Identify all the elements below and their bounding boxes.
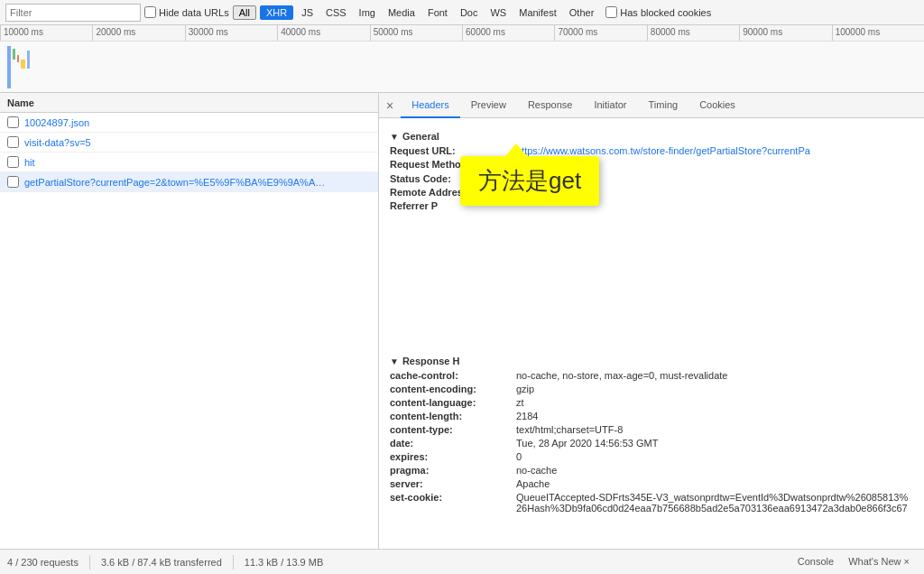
response-header-value: no-cache, no-store, max-age=0, must-reva… bbox=[516, 370, 727, 381]
response-header-label: content-length: bbox=[390, 411, 516, 421]
detail-tab-headers[interactable]: Headers bbox=[401, 93, 460, 118]
timeline-area: 10000 ms20000 ms30000 ms40000 ms50000 ms… bbox=[0, 25, 924, 93]
request-item-name: hit bbox=[24, 157, 35, 168]
timeline-tick: 100000 ms bbox=[832, 25, 924, 41]
response-header-value: zt bbox=[516, 397, 524, 408]
request-list-header: Name bbox=[0, 93, 378, 113]
tooltip-arrow-icon bbox=[505, 144, 527, 156]
manifest-filter-btn[interactable]: Manifest bbox=[514, 6, 561, 19]
bottom-tabs: ConsoleWhat's New × bbox=[790, 550, 917, 575]
request-item[interactable]: hit bbox=[0, 153, 378, 172]
response-headers-label: Response H bbox=[402, 356, 460, 366]
general-section-label: General bbox=[402, 131, 439, 142]
response-header-label: content-type: bbox=[390, 424, 516, 435]
svg-rect-0 bbox=[7, 46, 11, 88]
svg-rect-2 bbox=[17, 55, 19, 62]
status-divider-2 bbox=[233, 555, 234, 569]
detail-tab-response[interactable]: Response bbox=[517, 93, 584, 118]
main-content: Name 10024897.jsonvisit-data?sv=5hitgetP… bbox=[0, 93, 924, 549]
response-header-value: gzip bbox=[516, 384, 534, 394]
response-header-label: cache-control: bbox=[390, 370, 516, 381]
timeline-tick: 50000 ms bbox=[370, 25, 462, 41]
request-item-checkbox[interactable] bbox=[7, 156, 19, 168]
bottom-tab-console[interactable]: Console bbox=[790, 550, 841, 575]
resources-status: 11.3 kB / 13.9 MB bbox=[245, 557, 323, 568]
timeline-tick: 30000 ms bbox=[185, 25, 277, 41]
hide-data-urls-label: Hide data URLs bbox=[159, 7, 229, 18]
request-item-name: 10024897.json bbox=[24, 117, 89, 128]
timeline-tick: 80000 ms bbox=[647, 25, 739, 41]
font-filter-btn[interactable]: Font bbox=[423, 6, 452, 19]
ws-filter-btn[interactable]: WS bbox=[485, 6, 511, 19]
request-item-name: visit-data?sv=5 bbox=[24, 137, 91, 148]
timeline-tick: 40000 ms bbox=[277, 25, 369, 41]
all-filter-btn[interactable]: All bbox=[233, 5, 256, 20]
detail-tab-initiator[interactable]: Initiator bbox=[583, 93, 637, 118]
timeline-tick: 60000 ms bbox=[462, 25, 554, 41]
general-section-header[interactable]: ▼ General bbox=[390, 131, 913, 142]
svg-rect-1 bbox=[13, 49, 15, 60]
response-header-row: cache-control:no-cache, no-store, max-ag… bbox=[390, 370, 913, 381]
close-detail-button[interactable]: × bbox=[379, 93, 401, 118]
response-headers-section-header[interactable]: ▼ Response H bbox=[390, 356, 913, 366]
response-header-rows: cache-control:no-cache, no-store, max-ag… bbox=[390, 370, 913, 514]
tooltip-box: 方法是get bbox=[460, 156, 599, 206]
detail-tab-cookies[interactable]: Cookies bbox=[688, 93, 746, 118]
xhr-filter-btn[interactable]: XHR bbox=[260, 5, 293, 20]
response-header-label: server: bbox=[390, 478, 516, 489]
response-header-row: content-length:2184 bbox=[390, 411, 913, 421]
filter-input[interactable] bbox=[5, 4, 141, 22]
svg-rect-3 bbox=[21, 60, 25, 69]
request-item[interactable]: getPartialStore?currentPage=2&town=%E5%9… bbox=[0, 172, 378, 192]
response-header-label: expires: bbox=[390, 451, 516, 462]
timeline-tick: 70000 ms bbox=[554, 25, 646, 41]
response-header-row: pragma:no-cache bbox=[390, 465, 913, 476]
doc-filter-btn[interactable]: Doc bbox=[456, 6, 483, 19]
transferred-status: 3.6 kB / 87.4 kB transferred bbox=[101, 557, 222, 568]
request-item-checkbox[interactable] bbox=[7, 176, 19, 188]
response-header-value: 2184 bbox=[516, 411, 538, 421]
response-header-value: Apache bbox=[516, 478, 550, 489]
bottom-tab-what's-new[interactable]: What's New × bbox=[841, 550, 917, 575]
js-filter-btn[interactable]: JS bbox=[297, 6, 318, 19]
has-blocked-cookies-label: Has blocked cookies bbox=[620, 7, 711, 18]
response-header-label: pragma: bbox=[390, 465, 516, 476]
detail-panel: × HeadersPreviewResponseInitiatorTimingC… bbox=[379, 93, 924, 549]
response-header-label: content-language: bbox=[390, 397, 516, 408]
response-header-row: date:Tue, 28 Apr 2020 14:56:53 GMT bbox=[390, 438, 913, 449]
response-header-row: set-cookie:QueueITAccepted-SDFrts345E-V3… bbox=[390, 492, 913, 514]
response-header-label: content-encoding: bbox=[390, 384, 516, 394]
detail-tab-timing[interactable]: Timing bbox=[638, 93, 689, 118]
response-header-value: text/html;charset=UTF-8 bbox=[516, 424, 623, 435]
name-column-header: Name bbox=[7, 97, 34, 108]
request-item-checkbox[interactable] bbox=[7, 136, 19, 148]
response-header-value: Tue, 28 Apr 2020 14:56:53 GMT bbox=[516, 438, 658, 449]
request-item[interactable]: visit-data?sv=5 bbox=[0, 133, 378, 153]
request-url-row: Request URL: https://www.watsons.com.tw/… bbox=[390, 145, 913, 156]
other-filter-btn[interactable]: Other bbox=[565, 6, 599, 19]
request-item-checkbox[interactable] bbox=[7, 116, 19, 128]
general-arrow-icon: ▼ bbox=[390, 132, 399, 142]
media-filter-btn[interactable]: Media bbox=[383, 6, 420, 19]
has-blocked-cookies-checkbox[interactable]: Has blocked cookies bbox=[605, 6, 711, 18]
response-header-value: no-cache bbox=[516, 465, 557, 476]
response-header-row: content-type:text/html;charset=UTF-8 bbox=[390, 424, 913, 435]
timeline-tick: 90000 ms bbox=[739, 25, 831, 41]
hide-data-urls-checkbox[interactable]: Hide data URLs bbox=[144, 6, 229, 18]
img-filter-btn[interactable]: Img bbox=[355, 6, 380, 19]
hide-data-urls-input[interactable] bbox=[144, 6, 156, 18]
request-item-name: getPartialStore?currentPage=2&town=%E5%9… bbox=[24, 177, 325, 188]
filter-bar: Hide data URLs All XHR JS CSS Img Media … bbox=[0, 0, 924, 25]
request-item[interactable]: 10024897.json bbox=[0, 113, 378, 133]
detail-tab-preview[interactable]: Preview bbox=[460, 93, 517, 118]
response-header-row: content-language:zt bbox=[390, 397, 913, 408]
detail-tabs: × HeadersPreviewResponseInitiatorTimingC… bbox=[379, 93, 924, 118]
css-filter-btn[interactable]: CSS bbox=[321, 6, 351, 19]
response-header-label: date: bbox=[390, 438, 516, 449]
response-header-row: content-encoding:gzip bbox=[390, 384, 913, 394]
status-divider-1 bbox=[89, 555, 90, 569]
response-header-label: set-cookie: bbox=[390, 492, 516, 514]
has-blocked-cookies-input[interactable] bbox=[605, 6, 617, 18]
response-header-row: server:Apache bbox=[390, 478, 913, 489]
requests-status: 4 / 230 requests bbox=[7, 557, 79, 568]
